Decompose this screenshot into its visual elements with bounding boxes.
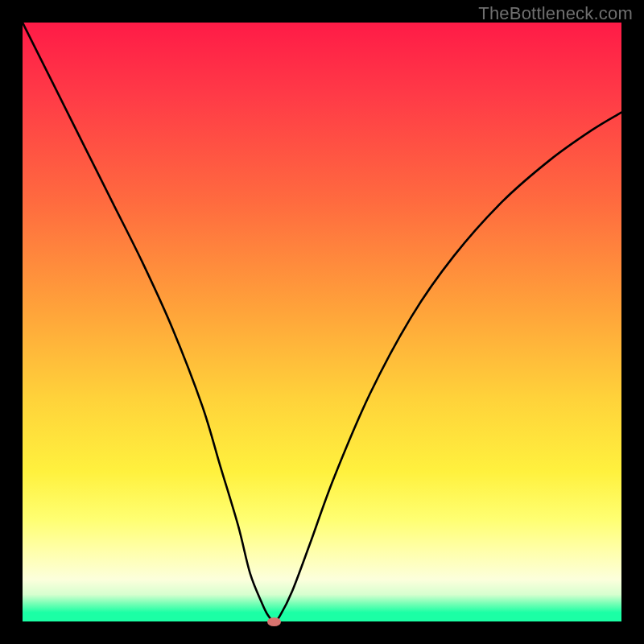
minimum-marker bbox=[267, 617, 281, 626]
watermark-text: TheBottleneck.com bbox=[478, 3, 633, 24]
plot-area bbox=[23, 23, 621, 621]
curve-path bbox=[23, 23, 621, 621]
chart-frame: TheBottleneck.com bbox=[0, 0, 644, 644]
bottleneck-curve bbox=[23, 23, 621, 621]
